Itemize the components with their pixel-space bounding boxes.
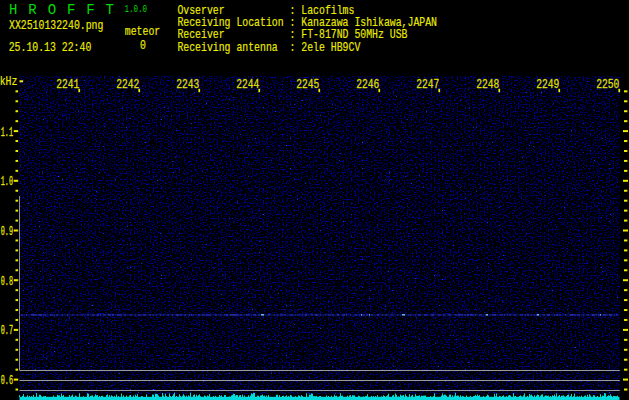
svg-text:0: 0 bbox=[140, 38, 146, 53]
svg-text:H R O F F T: H R O F F T bbox=[9, 2, 114, 18]
svg-text:2248: 2248 bbox=[476, 77, 499, 92]
svg-text:kHz: kHz bbox=[0, 74, 17, 89]
svg-text:2241: 2241 bbox=[56, 77, 79, 92]
svg-text:2243: 2243 bbox=[176, 77, 199, 92]
svg-text:2244: 2244 bbox=[236, 77, 259, 92]
svg-text:2245: 2245 bbox=[296, 77, 319, 92]
svg-text:25.10.13 22:40: 25.10.13 22:40 bbox=[9, 40, 92, 55]
svg-text:Receiving antenna : 2ele HB9C: Receiving antenna : 2ele HB9CV bbox=[177, 40, 360, 55]
svg-text:2249: 2249 bbox=[536, 77, 559, 92]
svg-text:0.9: 0.9 bbox=[1, 225, 13, 239]
svg-text:2247: 2247 bbox=[416, 77, 439, 92]
svg-text:2242: 2242 bbox=[116, 77, 139, 92]
svg-text:meteor: meteor bbox=[125, 24, 160, 39]
svg-text:XX2510132240.png: XX2510132240.png bbox=[9, 18, 103, 33]
svg-text:2246: 2246 bbox=[356, 77, 379, 92]
svg-text:1.1: 1.1 bbox=[1, 126, 13, 140]
svg-text:0.8: 0.8 bbox=[1, 275, 13, 289]
svg-text:0.7: 0.7 bbox=[1, 324, 13, 338]
svg-text:2250: 2250 bbox=[596, 77, 619, 92]
svg-text:0.6: 0.6 bbox=[1, 374, 13, 388]
svg-text:1.0.0: 1.0.0 bbox=[125, 3, 148, 15]
svg-text:1.0: 1.0 bbox=[1, 175, 13, 189]
